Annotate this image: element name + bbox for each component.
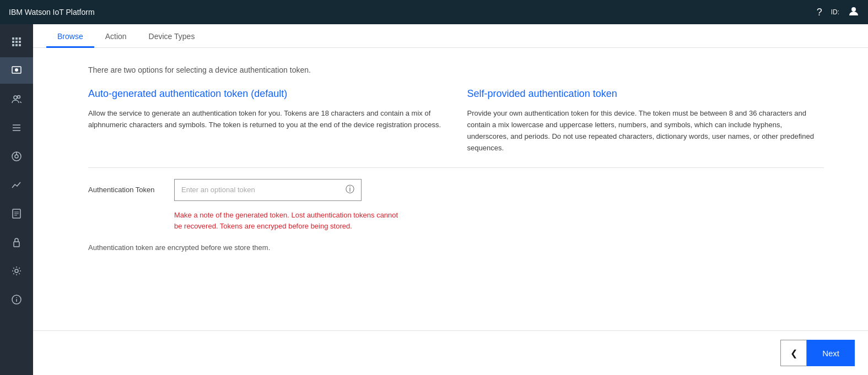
- back-arrow-icon: ❮: [790, 348, 797, 358]
- sidebar-item-device[interactable]: [0, 57, 33, 84]
- self-token-section: Self-provided authentication token Provi…: [467, 88, 824, 154]
- tab-bar: Browse Action Device Types: [33, 24, 868, 48]
- top-bar-right: ? ID:: [817, 6, 859, 19]
- auto-token-section: Auto-generated authentication token (def…: [88, 88, 445, 154]
- analytics-icon: [11, 151, 22, 162]
- sidebar-item-logs[interactable]: [0, 200, 33, 227]
- svg-point-7: [15, 155, 18, 158]
- rules-icon: [11, 122, 22, 133]
- content-area: Browse Action Device Types There are two…: [33, 24, 868, 375]
- self-token-title: Self-provided authentication token: [467, 88, 824, 100]
- two-column-section: Auto-generated authentication token (def…: [88, 88, 824, 154]
- sidebar-item-users[interactable]: [0, 86, 33, 112]
- tab-browse[interactable]: Browse: [46, 24, 94, 47]
- self-token-desc: Provide your own authentication token fo…: [467, 108, 824, 154]
- token-row: Authentication Token ⓘ: [88, 179, 824, 201]
- svg-point-2: [15, 68, 18, 72]
- divider: [88, 167, 824, 168]
- svg-point-4: [14, 96, 17, 99]
- logs-icon: [11, 208, 22, 219]
- svg-point-14: [15, 269, 18, 273]
- auto-token-desc: Allow the service to generate an authent…: [88, 108, 445, 131]
- id-label: ID:: [831, 8, 839, 16]
- user-icon[interactable]: [848, 6, 859, 19]
- svg-rect-13: [14, 242, 19, 247]
- sidebar-item-security[interactable]: [0, 229, 33, 256]
- svg-point-5: [18, 96, 20, 99]
- auto-token-title: Auto-generated authentication token (def…: [88, 88, 445, 100]
- svg-point-17: [16, 297, 17, 298]
- sidebar: [0, 24, 33, 375]
- main-layout: Browse Action Device Types There are two…: [0, 24, 868, 375]
- info-icon: [11, 294, 22, 305]
- device-icon: [11, 65, 22, 76]
- next-button[interactable]: Next: [807, 340, 855, 366]
- svg-line-3: [13, 67, 13, 67]
- main-content: There are two options for selecting a de…: [33, 48, 868, 330]
- token-input-wrapper[interactable]: ⓘ: [174, 179, 362, 201]
- footer-note: Authentication token are encrypted befor…: [88, 243, 824, 252]
- sidebar-item-settings[interactable]: [0, 258, 33, 284]
- users-icon: [11, 94, 22, 105]
- bottom-bar: ❮ Next: [33, 330, 868, 375]
- apps-grid-icon: [12, 37, 21, 46]
- token-label: Authentication Token: [88, 186, 165, 194]
- lock-icon: [11, 237, 22, 248]
- svg-point-0: [851, 7, 856, 12]
- sidebar-item-apps[interactable]: [0, 29, 33, 55]
- sidebar-item-usage[interactable]: [0, 172, 33, 198]
- top-bar: IBM Watson IoT Platform ? ID:: [0, 0, 868, 24]
- token-info-icon: ⓘ: [346, 184, 354, 195]
- help-icon[interactable]: ?: [817, 7, 822, 18]
- chart-icon: [11, 180, 22, 191]
- back-button[interactable]: ❮: [780, 340, 807, 366]
- app-title: IBM Watson IoT Platform: [9, 8, 95, 17]
- intro-text: There are two options for selecting a de…: [88, 66, 824, 74]
- sidebar-item-info[interactable]: [0, 286, 33, 313]
- token-input[interactable]: [181, 186, 341, 194]
- tab-device-types[interactable]: Device Types: [138, 24, 206, 47]
- top-bar-left: IBM Watson IoT Platform: [9, 8, 95, 17]
- tab-action[interactable]: Action: [94, 24, 138, 47]
- sidebar-item-analytics[interactable]: [0, 143, 33, 170]
- settings-icon: [11, 265, 22, 276]
- sidebar-item-rules[interactable]: [0, 115, 33, 141]
- note-text: Make a note of the generated token. Lost…: [174, 210, 406, 233]
